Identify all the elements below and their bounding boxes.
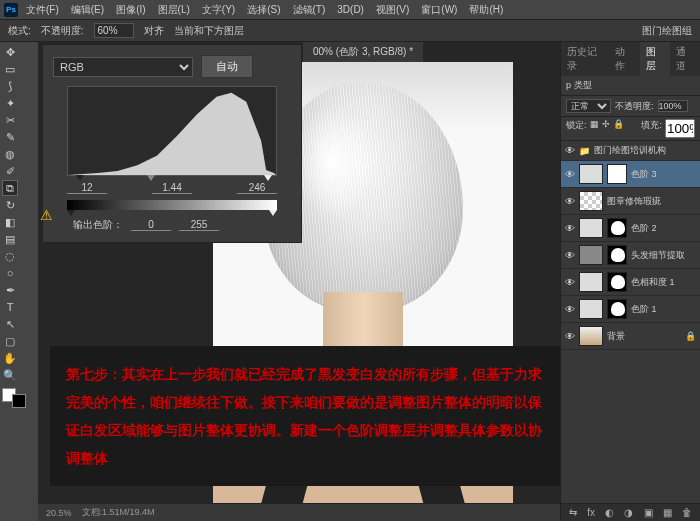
- tab-actions[interactable]: 动作: [609, 42, 639, 76]
- layer-row[interactable]: 👁 色阶 3: [561, 161, 700, 188]
- layer-thumb[interactable]: [579, 299, 603, 319]
- zoom-value[interactable]: 20.5%: [46, 508, 72, 518]
- shadow-slider[interactable]: [76, 175, 84, 181]
- highlight-slider[interactable]: [264, 175, 272, 181]
- lock-position-icon[interactable]: ✢: [602, 119, 610, 138]
- doc-info[interactable]: 文档:1.51M/19.4M: [82, 506, 155, 519]
- fx-icon[interactable]: fx: [587, 507, 595, 518]
- fill-input[interactable]: [665, 119, 695, 138]
- mid-input[interactable]: [152, 182, 192, 194]
- path-tool[interactable]: ↖: [2, 316, 18, 332]
- highlight-input[interactable]: [237, 182, 277, 194]
- lasso-tool[interactable]: ⟆: [2, 78, 18, 94]
- menu-image[interactable]: 图像(I): [116, 3, 145, 17]
- layer-thumb[interactable]: [579, 326, 603, 346]
- output-gradient[interactable]: [67, 200, 277, 210]
- wand-tool[interactable]: ✦: [2, 95, 18, 111]
- layer-thumb[interactable]: [579, 164, 603, 184]
- group-icon[interactable]: ▣: [644, 507, 653, 518]
- out-hi-input[interactable]: [179, 219, 219, 231]
- lock-all-icon[interactable]: 🔒: [613, 119, 624, 138]
- pen-tool[interactable]: ✒: [2, 282, 18, 298]
- brush-tool[interactable]: ✐: [2, 163, 18, 179]
- mask-icon[interactable]: ◐: [605, 507, 614, 518]
- tab-channels[interactable]: 通道: [670, 42, 700, 76]
- menu-type[interactable]: 文字(Y): [202, 3, 235, 17]
- history-tool[interactable]: ↻: [2, 197, 18, 213]
- menu-view[interactable]: 视图(V): [376, 3, 409, 17]
- layer-mask[interactable]: [607, 218, 627, 238]
- visibility-icon[interactable]: 👁: [565, 169, 575, 180]
- layer-thumb[interactable]: [579, 191, 603, 211]
- align-label[interactable]: 对齐: [144, 24, 164, 38]
- tab-history[interactable]: 历史记录: [561, 42, 609, 76]
- link-icon[interactable]: ⇆: [569, 507, 577, 518]
- blend-select[interactable]: 正常: [566, 99, 611, 113]
- visibility-icon[interactable]: 👁: [565, 145, 575, 156]
- menu-help[interactable]: 帮助(H): [469, 3, 503, 17]
- menu-layer[interactable]: 图层(L): [158, 3, 190, 17]
- layer-thumb[interactable]: [579, 218, 603, 238]
- mid-slider[interactable]: [147, 175, 155, 181]
- shadow-input[interactable]: [67, 182, 107, 194]
- menu-3d[interactable]: 3D(D): [337, 4, 364, 15]
- shape-tool[interactable]: ▢: [2, 333, 18, 349]
- marquee-tool[interactable]: ▭: [2, 61, 18, 77]
- clone-tool[interactable]: ⧉: [2, 180, 18, 196]
- layer-mask[interactable]: [607, 299, 627, 319]
- new-layer-icon[interactable]: ▦: [663, 507, 672, 518]
- type-tool[interactable]: T: [2, 299, 18, 315]
- out-lo-input[interactable]: [131, 219, 171, 231]
- layer-row[interactable]: 👁 背景 🔒: [561, 323, 700, 350]
- out-hi-slider[interactable]: [269, 210, 277, 216]
- auto-button[interactable]: 自动: [201, 55, 253, 78]
- blur-tool[interactable]: ◌: [2, 248, 18, 264]
- hand-tool[interactable]: ✋: [2, 350, 18, 366]
- heal-tool[interactable]: ◍: [2, 146, 18, 162]
- visibility-icon[interactable]: 👁: [565, 196, 575, 207]
- menu-edit[interactable]: 编辑(E): [71, 3, 104, 17]
- adjust-icon[interactable]: ◑: [624, 507, 633, 518]
- layer-row[interactable]: 👁 色阶 2: [561, 215, 700, 242]
- warning-icon[interactable]: ⚠: [40, 207, 53, 223]
- layer-opacity-input[interactable]: [658, 100, 688, 112]
- menu-file[interactable]: 文件(F): [26, 3, 59, 17]
- histogram[interactable]: [67, 86, 277, 176]
- gradient-tool[interactable]: ▤: [2, 231, 18, 247]
- kind-filter[interactable]: p 类型: [566, 79, 592, 92]
- layer-row[interactable]: 👁 图章修饰瑕疵: [561, 188, 700, 215]
- lock-pixels-icon[interactable]: ▦: [590, 119, 599, 138]
- tab-layers[interactable]: 图层: [640, 42, 670, 76]
- panel-toggle[interactable]: 图门绘图组: [642, 24, 692, 38]
- visibility-icon[interactable]: 👁: [565, 331, 575, 342]
- layer-mask[interactable]: [607, 164, 627, 184]
- visibility-icon[interactable]: 👁: [565, 250, 575, 261]
- layer-row[interactable]: 👁 头发细节提取: [561, 242, 700, 269]
- layer-row[interactable]: 👁 色阶 1: [561, 296, 700, 323]
- layer-group[interactable]: 👁 📁 图门绘图培训机构: [561, 141, 700, 161]
- trash-icon[interactable]: 🗑: [682, 507, 692, 518]
- layer-row[interactable]: 👁 色相和度 1: [561, 269, 700, 296]
- out-lo-slider[interactable]: [67, 210, 75, 216]
- eyedrop-tool[interactable]: ✎: [2, 129, 18, 145]
- zoom-tool[interactable]: 🔍: [2, 367, 18, 383]
- layer-thumb[interactable]: [579, 272, 603, 292]
- layer-thumb[interactable]: [579, 245, 603, 265]
- opacity-input[interactable]: [94, 23, 134, 38]
- document-tab[interactable]: 00% (色阶 3, RGB/8) *: [303, 42, 423, 63]
- menu-filter[interactable]: 滤镜(T): [293, 3, 326, 17]
- layer-mask[interactable]: [607, 272, 627, 292]
- menu-select[interactable]: 选择(S): [247, 3, 280, 17]
- sample-label[interactable]: 当前和下方图层: [174, 24, 244, 38]
- channel-select[interactable]: RGB: [53, 57, 193, 77]
- move-tool[interactable]: ✥: [2, 44, 18, 60]
- menu-window[interactable]: 窗口(W): [421, 3, 457, 17]
- visibility-icon[interactable]: 👁: [565, 277, 575, 288]
- crop-tool[interactable]: ✂: [2, 112, 18, 128]
- visibility-icon[interactable]: 👁: [565, 223, 575, 234]
- dodge-tool[interactable]: ○: [2, 265, 18, 281]
- layer-mask[interactable]: [607, 245, 627, 265]
- color-swatch[interactable]: [2, 388, 26, 408]
- visibility-icon[interactable]: 👁: [565, 304, 575, 315]
- eraser-tool[interactable]: ◧: [2, 214, 18, 230]
